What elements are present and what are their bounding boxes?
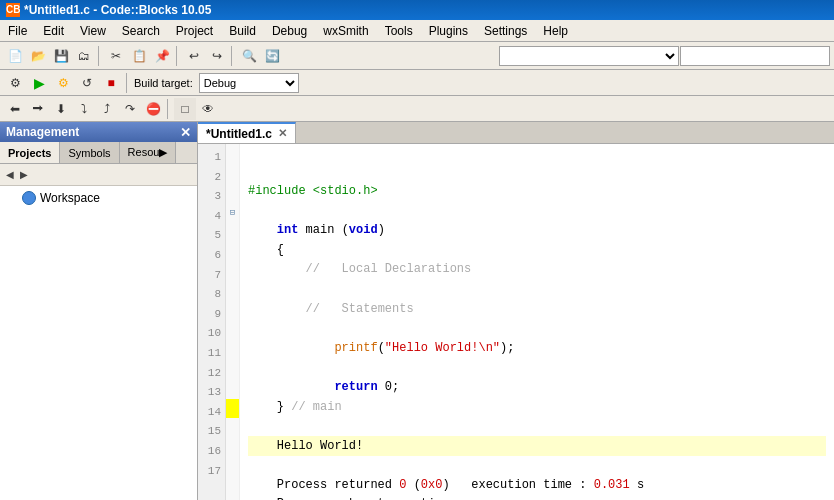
token: 0.031	[594, 477, 630, 494]
tab-projects[interactable]: Projects	[0, 142, 60, 163]
token: //	[306, 261, 328, 278]
cut-button[interactable]: ✂	[105, 45, 127, 67]
tab-symbols[interactable]: Symbols	[60, 142, 119, 163]
tab-close-button[interactable]: ✕	[278, 127, 287, 140]
settings-button[interactable]: ⚙	[4, 72, 26, 94]
tab-resources[interactable]: Resou▶	[120, 142, 177, 163]
stop-button[interactable]: ■	[100, 72, 122, 94]
token: //	[306, 301, 328, 318]
build-target-select[interactable]: Debug	[199, 73, 299, 93]
token	[248, 379, 334, 396]
code-line: {	[248, 240, 826, 260]
gutter-marker	[226, 340, 239, 360]
window-title: *Untitled1.c - Code::Blocks 10.05	[24, 3, 211, 17]
line-number: 3	[202, 187, 221, 207]
editor-tab-untitled[interactable]: *Untitled1.c ✕	[198, 122, 296, 143]
panel-nav: ◀ ▶	[0, 164, 197, 186]
code-line: #include <stdio.h>	[248, 182, 826, 202]
panel-close-button[interactable]: ✕	[180, 125, 191, 140]
token	[248, 222, 277, 239]
menu-item-project[interactable]: Project	[168, 20, 221, 41]
gutter-marker	[226, 458, 239, 478]
toolbar1: 📄 📂 💾 🗂 ✂ 📋 📌 ↩ ↪ 🔍 🔄	[0, 42, 834, 70]
watches-button[interactable]: 👁	[197, 98, 219, 120]
rebuild-button[interactable]: ↺	[76, 72, 98, 94]
save-button[interactable]: 💾	[50, 45, 72, 67]
copy-button[interactable]: 📋	[128, 45, 150, 67]
debug-over-button[interactable]: ⤵	[73, 98, 95, 120]
code-editor[interactable]: #include <stdio.h> int main (void) { // …	[240, 144, 834, 500]
gutter-marker	[226, 242, 239, 262]
undo-button[interactable]: ↩	[183, 45, 205, 67]
token: Statements	[327, 301, 413, 318]
new-button[interactable]: 📄	[4, 45, 26, 67]
search-input[interactable]	[680, 46, 830, 66]
token: printf	[334, 340, 377, 357]
management-header: Management ✕	[0, 122, 197, 142]
nav-forward[interactable]: ▶	[18, 169, 30, 180]
token: Process returned	[248, 477, 399, 494]
gutter-marker	[226, 418, 239, 438]
menu-item-edit[interactable]: Edit	[35, 20, 72, 41]
line-number: 10	[202, 324, 221, 344]
gutter-marker	[226, 164, 239, 184]
replace-button[interactable]: 🔄	[261, 45, 283, 67]
token: Hello World!	[248, 438, 363, 455]
breakpoint-button[interactable]: □	[174, 98, 196, 120]
build-button[interactable]: ⚙	[52, 72, 74, 94]
search-combo[interactable]	[499, 46, 679, 66]
left-panel: Management ✕ Projects Symbols Resou▶ ◀ ▶…	[0, 122, 198, 500]
debug-out-button[interactable]: ⤴	[96, 98, 118, 120]
open-button[interactable]: 📂	[27, 45, 49, 67]
build-toolbar: ⚙ ▶ ⚙ ↺ ■ Build target: Debug	[0, 70, 834, 96]
code-line: // Statements	[248, 299, 826, 319]
menu-item-tools[interactable]: Tools	[377, 20, 421, 41]
nav-back[interactable]: ◀	[4, 169, 16, 180]
token: #include <stdio.h>	[248, 183, 378, 200]
find-button[interactable]: 🔍	[238, 45, 260, 67]
menu-item-view[interactable]: View	[72, 20, 114, 41]
debug-toolbar: ⬅ ⮕ ⬇ ⤵ ⤴ ↷ ⛔ □ 👁	[0, 96, 834, 122]
line-number: 8	[202, 285, 221, 305]
token: // main	[291, 399, 341, 416]
line-number: 12	[202, 364, 221, 384]
debug-next-button[interactable]: ⮕	[27, 98, 49, 120]
gutter-marker	[226, 438, 239, 458]
line-number: 6	[202, 246, 221, 266]
token: main (	[298, 222, 348, 239]
menu-item-search[interactable]: Search	[114, 20, 168, 41]
debug-stop-button[interactable]: ⛔	[142, 98, 164, 120]
token: (	[406, 477, 420, 494]
run-button[interactable]: ▶	[28, 72, 50, 94]
menu-item-build[interactable]: Build	[221, 20, 264, 41]
menu-item-wxsmith[interactable]: wxSmith	[315, 20, 376, 41]
save-all-button[interactable]: 🗂	[73, 45, 95, 67]
menu-item-file[interactable]: File	[0, 20, 35, 41]
line-number: 2	[202, 168, 221, 188]
token: {	[248, 242, 284, 259]
code-line	[248, 201, 826, 221]
debug-run-button[interactable]: ↷	[119, 98, 141, 120]
token: 0x0	[421, 477, 443, 494]
code-line: Press any key to continue.	[248, 495, 826, 500]
gutter-marker	[226, 281, 239, 301]
menu-item-plugins[interactable]: Plugins	[421, 20, 476, 41]
menu-item-settings[interactable]: Settings	[476, 20, 535, 41]
gutter-marker	[226, 262, 239, 282]
menu-item-help[interactable]: Help	[535, 20, 576, 41]
project-tree: Workspace	[0, 186, 197, 500]
redo-button[interactable]: ↪	[206, 45, 228, 67]
editor-content[interactable]: 1234567891011121314151617 ⊟ #include <st…	[198, 144, 834, 500]
debug-step-button[interactable]: ⬇	[50, 98, 72, 120]
paste-button[interactable]: 📌	[151, 45, 173, 67]
menu-item-debug[interactable]: Debug	[264, 20, 315, 41]
line-number: 15	[202, 422, 221, 442]
line-number: 7	[202, 266, 221, 286]
line-number: 13	[202, 383, 221, 403]
line-number: 9	[202, 305, 221, 325]
workspace-item[interactable]: Workspace	[20, 190, 193, 206]
editor-tab-bar: *Untitled1.c ✕	[198, 122, 834, 144]
workspace-icon	[22, 191, 36, 205]
debug-prev-button[interactable]: ⬅	[4, 98, 26, 120]
sep4	[126, 73, 130, 93]
